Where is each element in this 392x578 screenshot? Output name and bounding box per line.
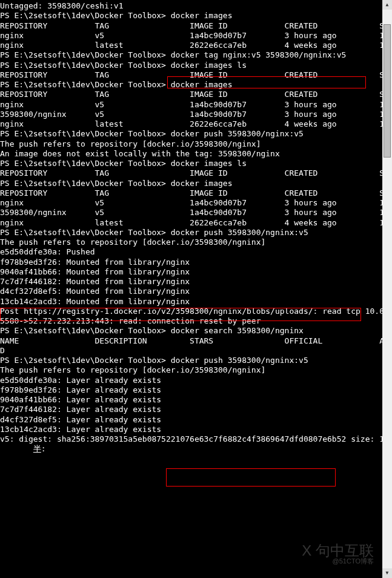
terminal-line: The push refers to repository [docker.io…	[0, 365, 382, 375]
terminal-line: The push refers to repository [docker.io…	[0, 139, 382, 149]
terminal-line: d4cf327d8ef5: Layer already exists	[0, 415, 382, 425]
terminal-line: An image does not exist locally with the…	[0, 149, 382, 159]
terminal-line: 9040af41bb66: Mounted from library/nginx	[0, 267, 382, 277]
scrollbar-track[interactable]	[382, 10, 392, 568]
terminal-line: PS E:\2setsoft\1dev\Docker Toolbox> dock…	[0, 50, 382, 60]
terminal-line: REPOSITORY TAG IMAGE ID CREATED SIZE	[0, 90, 382, 99]
highlight-docker-push	[166, 468, 336, 487]
terminal-line: f978b9ed3f26: Layer already exists	[0, 385, 382, 395]
terminal-line: nginx v5 1a4bc90d07b7 3 hours ago 132MB	[0, 31, 382, 41]
terminal-line: PS E:\2setsoft\1dev\Docker Toolbox> dock…	[0, 129, 382, 139]
terminal-output[interactable]: Untagged: 3598300/ceshi:v1PS E:\2setsoft…	[0, 0, 382, 456]
terminal-line: The push refers to repository [docker.io…	[0, 238, 382, 247]
terminal-line: 7c7d7f446182: Layer already exists	[0, 405, 382, 414]
terminal-line: 3598300/ngninx v5 1a4bc90d07b7 3 hours a…	[0, 208, 382, 218]
terminal-line: PS E:\2setsoft\1dev\Docker Toolbox> dock…	[0, 228, 382, 238]
terminal-cursor-line: 半:	[0, 444, 382, 454]
terminal-line: PS E:\2setsoft\1dev\Docker Toolbox> dock…	[0, 80, 382, 90]
terminal-line: f978b9ed3f26: Mounted from library/nginx	[0, 257, 382, 267]
terminal-line: REPOSITORY TAG IMAGE ID CREATED SIZE	[0, 21, 382, 31]
terminal-line: D	[0, 346, 382, 356]
terminal-line: Untagged: 3598300/ceshi:v1	[0, 1, 382, 11]
terminal-line: nginx v5 1a4bc90d07b7 3 hours ago 132MB	[0, 198, 382, 208]
scroll-down-arrow[interactable]: ▼	[382, 568, 392, 578]
terminal-line: 5580->52.72.232.213:443: read: connectio…	[0, 316, 382, 326]
terminal-line: PS E:\2setsoft\1dev\Docker Toolbox> dock…	[0, 159, 382, 168]
terminal-line: nginx latest 2622e6cca7eb 4 weeks ago 13…	[0, 41, 382, 50]
terminal-line: PS E:\2setsoft\1dev\Docker Toolbox> dock…	[0, 61, 382, 70]
vertical-scrollbar[interactable]: ▲ ▼	[382, 0, 392, 578]
terminal-line: PS E:\2setsoft\1dev\Docker Toolbox> dock…	[0, 356, 382, 365]
terminal-line: REPOSITORY TAG IMAGE ID CREATED SIZE	[0, 168, 382, 178]
terminal-line: NAME DESCRIPTION STARS OFFICIAL AUTOMATE	[0, 336, 382, 346]
terminal-line: nginx latest 2622e6cca7eb 4 weeks ago 13…	[0, 218, 382, 228]
terminal-line: 13cb14c2acd3: Layer already exists	[0, 425, 382, 434]
terminal-line: REPOSITORY TAG IMAGE ID CREATED SIZE	[0, 70, 382, 80]
terminal-line: nginx v5 1a4bc90d07b7 3 hours ago 132MB	[0, 100, 382, 110]
terminal-line: e5d50ddfe30a: Layer already exists	[0, 376, 382, 385]
terminal-line: PS E:\2setsoft\1dev\Docker Toolbox> dock…	[0, 11, 382, 21]
terminal-line: 3598300/ngninx v5 1a4bc90d07b7 3 hours a…	[0, 110, 382, 119]
watermark-logo: X 句中互联	[302, 542, 374, 560]
terminal-line: 13cb14c2acd3: Mounted from library/nginx	[0, 297, 382, 307]
terminal-line: d4cf327d8ef5: Mounted from library/nginx	[0, 287, 382, 296]
terminal-line: 7c7d7f446182: Mounted from library/nginx	[0, 277, 382, 287]
scroll-up-arrow[interactable]: ▲	[382, 0, 392, 10]
watermark-attribution: @51CTO博客	[333, 557, 374, 566]
terminal-line: Post https://registry-1.docker.io/v2/359…	[0, 307, 382, 316]
terminal-line: v5: digest: sha256:38970315a5eb087522107…	[0, 434, 382, 444]
terminal-line: PS E:\2setsoft\1dev\Docker Toolbox> dock…	[0, 179, 382, 188]
terminal-line: e5d50ddfe30a: Pushed	[0, 247, 382, 257]
terminal-line: REPOSITORY TAG IMAGE ID CREATED SIZE	[0, 188, 382, 198]
terminal-line: nginx latest 2622e6cca7eb 4 weeks ago 13…	[0, 119, 382, 129]
terminal-line: 9040af41bb66: Layer already exists	[0, 395, 382, 405]
scrollbar-thumb[interactable]	[384, 24, 391, 158]
terminal-line: PS E:\2setsoft\1dev\Docker Toolbox> dock…	[0, 326, 382, 336]
